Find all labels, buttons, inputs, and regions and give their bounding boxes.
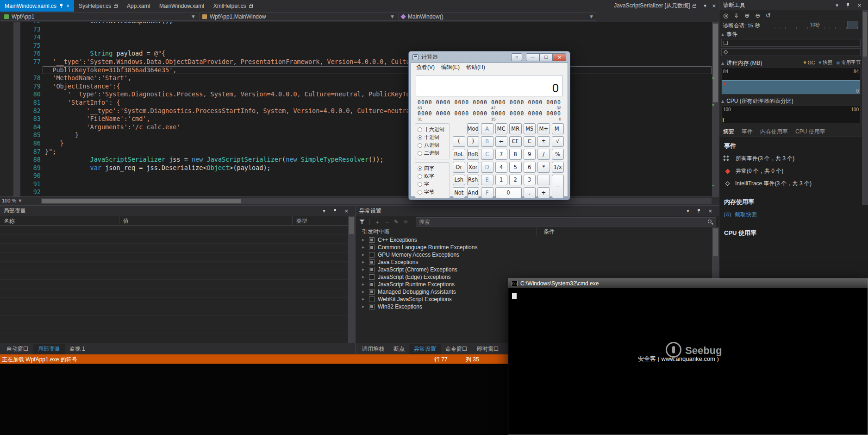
radio-option[interactable]: 四字: [418, 164, 447, 172]
radio-option[interactable]: 双字: [418, 172, 447, 180]
remove-icon[interactable]: −: [385, 219, 389, 225]
edit-icon[interactable]: ✎: [394, 219, 399, 225]
window-position-icon[interactable]: ▾: [320, 208, 328, 214]
exception-checkbox[interactable]: [369, 259, 375, 265]
calc-key-←[interactable]: ←: [495, 136, 508, 147]
calc-key-Not[interactable]: Not: [453, 187, 465, 198]
calc-key-0[interactable]: 0: [495, 187, 522, 198]
doc-tab-preview[interactable]: JavaScriptSerializer [从元数据]: [609, 0, 701, 12]
panel-tab[interactable]: 断点: [389, 344, 409, 354]
cmd-title-bar[interactable]: C:\ C:\Windows\System32\cmd.exe: [508, 279, 868, 288]
scrollbar-thumb[interactable]: [713, 228, 718, 256]
calc-key-=[interactable]: =: [552, 175, 564, 198]
calc-key-MS[interactable]: MS: [524, 123, 536, 134]
bit-group[interactable]: 0000: [473, 99, 487, 110]
scrollbar-thumb[interactable]: [863, 12, 867, 57]
exception-checkbox[interactable]: [369, 245, 375, 250]
expander-icon[interactable]: ▶: [362, 283, 366, 286]
memory-section-header[interactable]: ▲ 进程内存 (MB): [721, 59, 762, 67]
calc-key-1[interactable]: 1: [495, 175, 508, 186]
panel-tab[interactable]: 异常设置: [409, 344, 441, 354]
calc-key-±[interactable]: ±: [537, 136, 550, 147]
bit-group[interactable]: 0000: [436, 99, 451, 110]
calc-key-8[interactable]: 8: [509, 149, 522, 160]
calc-key-√[interactable]: √: [552, 136, 564, 147]
doc-tab[interactable]: MainWindow.xaml: [155, 0, 209, 12]
add-icon[interactable]: ＋: [375, 219, 380, 225]
calc-key-1/x[interactable]: 1/x: [552, 162, 564, 173]
diag-tab[interactable]: 摘要: [723, 128, 734, 136]
locals-scrollbar[interactable]: [348, 216, 355, 343]
radio-option[interactable]: 二进制: [418, 149, 447, 157]
calc-key-Xor[interactable]: Xor: [467, 162, 480, 173]
window-position-icon[interactable]: ▾: [684, 208, 692, 214]
code-lines[interactable]: InitializeComponent(); String payload = …: [43, 22, 712, 196]
scrollbar-thumb[interactable]: [713, 24, 718, 102]
bit-group[interactable]: 000015: [491, 110, 506, 121]
exception-row[interactable]: ▶Java Exceptions: [356, 258, 712, 266]
summary-item[interactable]: 异常(0 个，共 0 个): [724, 167, 863, 175]
exception-row[interactable]: ▶JavaScript (Chrome) Exceptions: [356, 266, 712, 273]
panel-tab[interactable]: 调用堆栈: [357, 344, 389, 354]
minimize-button[interactable]: —: [526, 53, 539, 61]
panel-tab[interactable]: 局部变量: [33, 344, 65, 354]
calc-key-2[interactable]: 2: [509, 175, 522, 186]
exception-row[interactable]: ▶C++ Exceptions: [356, 236, 712, 244]
expander-icon[interactable]: ▶: [362, 246, 366, 249]
doc-tab[interactable]: XmlHelper.cs: [209, 0, 257, 12]
bit-group[interactable]: 000063: [418, 99, 432, 110]
calc-key-B[interactable]: B: [481, 136, 493, 147]
doc-tab[interactable]: SysHelper.cs: [74, 0, 122, 12]
calc-key-([interactable]: (: [453, 136, 465, 147]
bit-group[interactable]: 0000: [528, 110, 543, 121]
close-document-icon[interactable]: ×: [709, 0, 719, 12]
reset-view-icon[interactable]: ↺: [766, 13, 771, 19]
calc-key-M+[interactable]: M+: [537, 123, 550, 134]
pin-icon[interactable]: [333, 208, 337, 214]
calc-key-And[interactable]: And: [467, 187, 480, 198]
calc-key-C[interactable]: C: [524, 136, 536, 147]
bit-group[interactable]: 00000: [546, 110, 561, 121]
radio-option[interactable]: 八进制: [418, 141, 447, 149]
zoom-control[interactable]: 100 % ▼: [2, 198, 21, 203]
diagnostics-scrollbar[interactable]: [862, 10, 868, 205]
menu-item[interactable]: 查看(V): [413, 63, 438, 71]
calc-key-7[interactable]: 7: [495, 149, 508, 160]
locals-column-header[interactable]: 值: [119, 216, 293, 225]
exception-row[interactable]: ▶Common Language Runtime Exceptions: [356, 244, 712, 251]
expander-icon[interactable]: ▶: [362, 305, 366, 309]
bit-group[interactable]: 000032: [546, 99, 561, 110]
expander-icon[interactable]: ▶: [362, 275, 366, 279]
calc-key-Lsh[interactable]: Lsh: [453, 175, 465, 186]
type-dropdown[interactable]: WpfApp1.MainWindow ▼: [199, 13, 397, 21]
diag-tab[interactable]: 事件: [742, 128, 753, 136]
expander-icon[interactable]: ▶: [362, 253, 366, 257]
calc-key-/[interactable]: /: [537, 149, 550, 160]
code-editor[interactable]: 7273747576777879808182838485868788899091…: [0, 22, 719, 196]
window-position-icon[interactable]: ▾: [833, 2, 841, 8]
calc-key-%[interactable]: %: [552, 149, 564, 160]
cpu-section-header[interactable]: ▲ CPU (所有处理器的百分比): [721, 97, 793, 105]
calc-key-MR[interactable]: MR: [509, 123, 522, 134]
calc-key-E[interactable]: E: [481, 175, 493, 186]
tab-list-dropdown-icon[interactable]: ▾: [701, 0, 709, 12]
scrollbar-thumb[interactable]: [349, 217, 354, 234]
bit-group[interactable]: 000047: [491, 99, 506, 110]
bit-group[interactable]: 0000: [455, 99, 469, 110]
take-snapshot-link[interactable]: 截取快照: [724, 211, 863, 219]
bit-group[interactable]: 0000: [510, 110, 525, 121]
editor-horizontal-scrollbar[interactable]: [41, 198, 712, 204]
bit-group[interactable]: 0000: [455, 110, 469, 121]
scrollbar-thumb[interactable]: [42, 199, 241, 203]
expander-icon[interactable]: ▶: [362, 260, 366, 264]
doc-tab[interactable]: App.xaml: [122, 0, 155, 12]
calc-key-CE[interactable]: CE: [509, 136, 522, 147]
locals-column-header[interactable]: 类型: [293, 216, 348, 225]
calc-key-Or[interactable]: Or: [453, 162, 465, 173]
close-icon[interactable]: ×: [855, 2, 864, 8]
filter-icon[interactable]: [359, 220, 365, 224]
member-dropdown[interactable]: MainWindow() ▼: [398, 13, 596, 21]
zoom-in-icon[interactable]: ⊕: [744, 13, 749, 19]
calc-key-Rsh[interactable]: Rsh: [467, 175, 480, 186]
exception-checkbox[interactable]: [369, 252, 375, 258]
